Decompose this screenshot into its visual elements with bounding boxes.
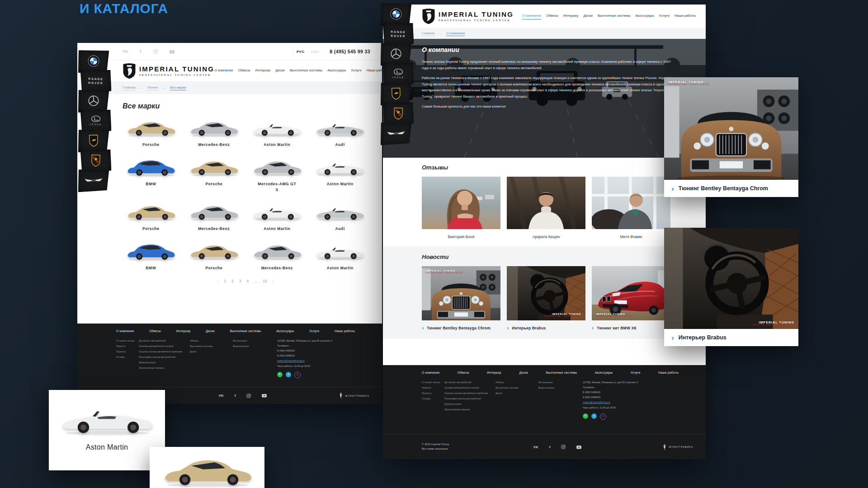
footer-nav-accessories[interactable]: Аксессуары	[276, 329, 294, 333]
brand-badge-lexus[interactable]	[382, 62, 414, 85]
breadcrumb-current[interactable]: О компании	[446, 31, 465, 36]
brand-badge-porsche[interactable]	[382, 102, 414, 125]
lang-eng[interactable]: ENG	[307, 50, 322, 54]
footer-link[interactable]: Новости	[422, 385, 444, 391]
nav-bodykits[interactable]: Обвесы	[238, 68, 250, 74]
footer-link[interactable]: О тюнинг ателье	[116, 338, 139, 344]
page-10[interactable]: 10	[263, 279, 267, 283]
nav-company[interactable]: О компании	[214, 68, 233, 74]
youtube-icon[interactable]	[576, 445, 581, 449]
logo[interactable]: IMPERIAL TUNING PROFESSIONAL TUNING CENT…	[422, 8, 514, 24]
footer-nav-interior[interactable]: Интерьер	[487, 371, 501, 374]
news-card[interactable]: IMPERIAL TUNINGPROFESSIONAL TUNING CENTE…	[592, 266, 670, 331]
telegram-icon[interactable]: ➤	[591, 413, 597, 419]
breadcrumb-home[interactable]: Главная	[422, 31, 435, 36]
brand-badge-lamborghini[interactable]	[380, 82, 412, 105]
brand-badge-mercedes[interactable]	[77, 89, 110, 113]
catalog-card-porsche[interactable]	[150, 447, 264, 488]
footer-link[interactable]: Отделка салона автомобиля карбоном	[139, 349, 190, 355]
brand-badge-mercedes[interactable]	[380, 42, 412, 66]
nav-services[interactable]: Услуги	[659, 14, 670, 19]
logo[interactable]: IMPERIAL TUNING PROFESSIONAL TUNING CENT…	[123, 63, 214, 79]
nav-accessories[interactable]: Аксессуары	[327, 68, 346, 74]
nav-wheels[interactable]: Диски	[583, 14, 593, 19]
footer-email[interactable]: master@imperialtuning.ru	[277, 358, 305, 363]
footer-link[interactable]: Проекты	[116, 349, 139, 355]
footer-nav-exhaust[interactable]: Выхлопные системы	[230, 329, 261, 333]
instagram-icon[interactable]	[153, 49, 158, 54]
footer-link[interactable]: Шумоизоляция	[139, 360, 190, 366]
footer-link[interactable]: Диски	[190, 349, 233, 355]
news-card[interactable]: IMPERIAL TUNINGPROFESSIONAL TUNING CENTE…	[422, 266, 500, 331]
breadcrumb-current[interactable]: Все марки	[170, 85, 186, 90]
footer-nav-bodykits[interactable]: Обвесы	[149, 329, 161, 333]
footer-link[interactable]: Фотогалерея	[538, 380, 583, 385]
review-card[interactable]: Арарата Кещян	[507, 177, 585, 239]
brand-badge-bmw[interactable]	[77, 49, 110, 73]
footer-link[interactable]: Шумоизоляция	[444, 402, 495, 407]
nav-interior[interactable]: Интерьер	[255, 68, 270, 74]
footer-link[interactable]: Эксклюзивная окраска	[444, 407, 495, 413]
page-3[interactable]: 3	[239, 279, 241, 283]
news-card[interactable]: IMPERIAL TUNINGPROFESSIONAL TUNING CENTE…	[507, 266, 585, 331]
page-2[interactable]: 2	[231, 279, 234, 283]
breadcrumb-home[interactable]: Главная	[123, 85, 136, 90]
footer-link[interactable]: Детейлинг автомобилей	[444, 380, 495, 385]
footer-link[interactable]: О тюнинг ателье	[422, 380, 444, 385]
car-card[interactable]: BMW	[123, 155, 179, 196]
car-card[interactable]: Audi	[312, 116, 369, 150]
studio-credit[interactable]: МУЛЬТГРАФИКА	[643, 444, 693, 450]
car-card[interactable]: Porsche	[186, 239, 243, 274]
car-card[interactable]: Mercedes-AMG GT S	[249, 155, 306, 196]
instagram-icon[interactable]	[561, 445, 566, 449]
brand-badge-aston-martin[interactable]	[77, 169, 110, 192]
footer-link[interactable]: Оклейка автомобилей пленкой	[444, 385, 495, 391]
review-card[interactable]: Виктория Боня	[422, 177, 500, 239]
brand-badge-lamborghini[interactable]	[77, 129, 110, 152]
footer-email[interactable]: master@imperialtuning.ru	[583, 400, 610, 405]
instagram-icon[interactable]	[246, 394, 251, 398]
footer-nav-wheels[interactable]: Диски	[206, 329, 215, 333]
page-1[interactable]: 1	[224, 279, 226, 283]
viber-icon[interactable]: ✆	[294, 372, 301, 378]
work-card-brabus[interactable]: IMPERIAL TUNINGPROFESSIONAL TUNING CENTE…	[664, 228, 798, 346]
brand-badge-lexus[interactable]	[80, 109, 112, 132]
nav-services[interactable]: Услуги	[351, 68, 361, 74]
footer-nav-works[interactable]: Наши работы	[658, 371, 679, 374]
footer-nav-exhaust[interactable]: Выхлопные системы	[546, 371, 577, 374]
car-card[interactable]: Porsche	[186, 155, 243, 196]
footer-link[interactable]: Видеогалерея	[233, 344, 277, 349]
car-card[interactable]: Aston Martin	[312, 155, 369, 196]
footer-nav-services[interactable]: Услуги	[630, 371, 640, 374]
footer-link[interactable]: Детейлинг автомобилей	[139, 338, 190, 344]
breadcrumb-tuning[interactable]: Тюнинг	[147, 85, 158, 90]
nav-company[interactable]: О компании	[522, 14, 541, 19]
footer-link[interactable]: Перешивка салона автомобилей	[139, 355, 190, 360]
brand-badge-aston-martin[interactable]	[380, 122, 412, 145]
brand-badge-porsche[interactable]	[80, 149, 112, 172]
footer-link[interactable]: Видеогалерея	[538, 385, 583, 391]
vk-icon[interactable]: VK	[123, 49, 128, 54]
nav-wheels[interactable]: Диски	[275, 68, 285, 74]
nav-bodykits[interactable]: Обвесы	[546, 14, 558, 19]
brand-badge-bmw[interactable]	[380, 2, 412, 26]
footer-link[interactable]: Новости	[116, 344, 139, 349]
nav-works[interactable]: Наши работы	[675, 14, 696, 19]
footer-link[interactable]: Эксклюзивная окраска	[139, 366, 190, 371]
footer-nav-interior[interactable]: Интерьер	[176, 329, 191, 333]
whatsapp-icon[interactable]: ✆	[583, 413, 588, 419]
footer-link[interactable]: Отделка салона автомобиля карбоном	[444, 391, 495, 396]
youtube-icon[interactable]	[262, 394, 267, 398]
vk-icon[interactable]: VK	[533, 445, 538, 449]
whatsapp-icon[interactable]: ✆	[277, 372, 283, 377]
footer-link[interactable]: Выхлопные системы	[190, 344, 233, 349]
facebook-icon[interactable]: f	[140, 49, 142, 54]
brand-badge-range-rover[interactable]	[382, 22, 414, 46]
footer-nav-wheels[interactable]: Диски	[519, 371, 528, 374]
car-card[interactable]: Mercedes-Benz	[186, 116, 243, 150]
brand-badge-range-rover[interactable]	[80, 69, 112, 93]
footer-link[interactable]: Отзывы	[116, 355, 139, 360]
facebook-icon[interactable]: f	[549, 445, 551, 449]
car-card[interactable]: Aston Martin	[249, 200, 306, 235]
page-prev[interactable]: ‹	[217, 278, 219, 284]
